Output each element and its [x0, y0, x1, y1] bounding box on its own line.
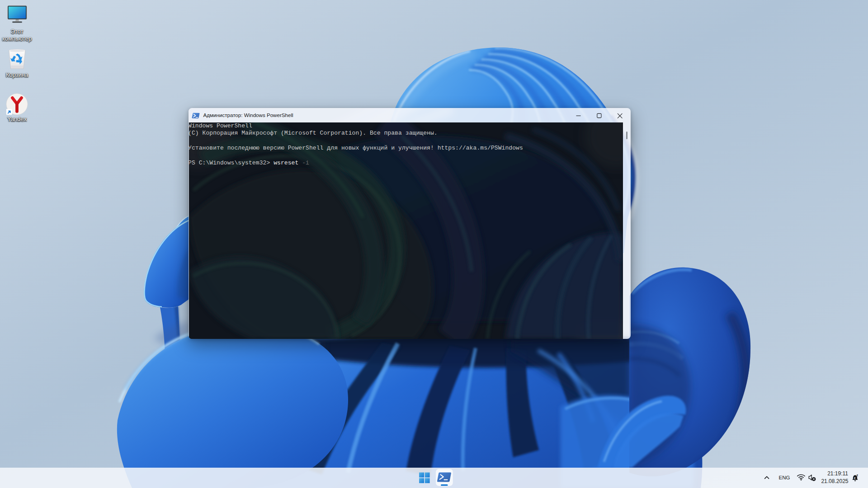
- svg-text:ENG: ENG: [779, 475, 790, 480]
- svg-text:21.08.2025: 21.08.2025: [821, 478, 848, 484]
- svg-text:z: z: [857, 474, 859, 477]
- svg-text:21:19:11: 21:19:11: [827, 470, 848, 476]
- svg-text:z: z: [854, 476, 856, 480]
